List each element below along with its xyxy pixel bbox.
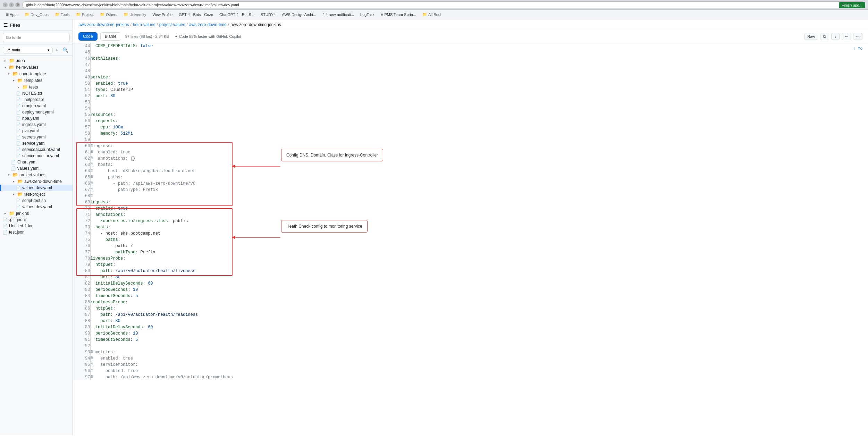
bookmark-university[interactable]: 📁 University — [121, 11, 149, 18]
sidebar-search-input[interactable] — [3, 33, 70, 42]
sidebar-item-templates[interactable]: ▾📂templates — [0, 77, 73, 84]
breadcrumb: aws-zero-downtime-jenkins / helm-values … — [73, 19, 868, 30]
sidebar-item-tests[interactable]: ▸📁tests — [0, 84, 73, 90]
sidebar-item-Chart.yaml[interactable]: 📄Chart.yaml — [0, 159, 73, 165]
line-number: 86 — [73, 305, 90, 312]
bookmark-notifications[interactable]: 4 4 new notificati... — [320, 11, 357, 18]
breadcrumb-project-values[interactable]: project-values — [159, 22, 185, 27]
bookmark-all[interactable]: 📁 All Bool — [420, 11, 444, 18]
tree-item-label: cronjob.yaml — [22, 103, 46, 108]
forward-button[interactable]: › — [9, 2, 14, 7]
table-row: 63# hosts: — [73, 162, 868, 168]
add-file-button[interactable]: + — [54, 47, 60, 53]
chevron-down-icon: ▾ — [6, 172, 11, 177]
raw-button[interactable]: Raw — [804, 33, 818, 40]
sidebar-item-.gitignore[interactable]: 📄.gitignore — [0, 217, 73, 223]
code-tab-button[interactable]: Code — [78, 32, 98, 41]
breadcrumb-helm-values[interactable]: helm-values — [133, 22, 155, 27]
line-number: 57 — [73, 124, 90, 130]
sidebar-item-hpa.yaml[interactable]: 📄hpa.yaml — [0, 115, 73, 121]
sidebar-item-pvc.yaml[interactable]: 📄pvc.yaml — [0, 128, 73, 134]
reload-button[interactable]: ↻ — [15, 2, 20, 7]
tree-item-label: NOTES.txt — [22, 91, 42, 96]
chevron-down-icon: ▾ — [3, 65, 8, 70]
line-number: 65 — [73, 174, 90, 180]
file-icon: 📄 — [16, 122, 21, 127]
breadcrumb-aws-zero[interactable]: aws-zero-down-time — [189, 22, 227, 27]
finish-button[interactable]: Finish upd... — [839, 2, 865, 8]
sidebar-item-test-project[interactable]: ▾📂test-project — [0, 191, 73, 197]
bookmark-view-profile[interactable]: View Profile — [150, 11, 175, 18]
chevron-right-icon: ▸ — [3, 211, 8, 216]
sidebar-item-idea[interactable]: ▸📁.idea — [0, 57, 73, 64]
bookmark-tools[interactable]: 📁 Tools — [52, 11, 73, 18]
sidebar-item-deployment.yaml[interactable]: 📄deployment.yaml — [0, 109, 73, 115]
chevron-down-icon: ▾ — [6, 71, 11, 76]
sidebar-item-Untitled-1.log[interactable]: 📄Untitled-1.log — [0, 223, 73, 229]
line-content: # path: /api/aws-zero-downtime/v0/actuat… — [90, 374, 868, 380]
bookmark-vpms[interactable]: V-PMS Team Sprin... — [378, 11, 419, 18]
sidebar-item-NOTES.txt[interactable]: 📄NOTES.txt — [0, 90, 73, 96]
folder-icon: 📂 — [12, 172, 18, 177]
edit-button[interactable]: ✏ — [842, 33, 851, 40]
table-row: 75 paths: — [73, 237, 868, 243]
table-row: 80 path: /api/v0/actuator/health/livenes… — [73, 268, 868, 274]
line-number: 59 — [73, 137, 90, 143]
bookmark-aws-design[interactable]: AWS Design Archi... — [279, 11, 319, 18]
copy-button[interactable]: ⧉ — [820, 33, 829, 40]
sidebar-item-secrets.yaml[interactable]: 📄secrets.yaml — [0, 134, 73, 140]
more-options-button[interactable]: ··· — [853, 33, 862, 40]
line-content: initialDelaySeconds: 60 — [90, 280, 868, 287]
bookmark-gpt4-bots[interactable]: GPT 4 - Bots - Coze — [176, 11, 216, 18]
sidebar-item-script-test.sh[interactable]: 📄script-test.sh — [0, 197, 73, 204]
table-row: 60#ingress: — [73, 143, 868, 149]
bookmark-study4[interactable]: STUDY4 — [258, 11, 278, 18]
sidebar-item-values-dev-2.yaml[interactable]: 📄values-dev.yaml — [0, 204, 73, 210]
sidebar-item-values.yaml[interactable]: 📄values.yaml — [0, 165, 73, 171]
sidebar-item-service.yaml[interactable]: 📄service.yaml — [0, 140, 73, 146]
sidebar-item-values-dev.yaml[interactable]: 📄values-dev.yaml — [0, 185, 73, 191]
table-row: 65# paths: — [73, 174, 868, 180]
chevron-down-icon: ▾ — [11, 192, 16, 197]
line-content: ingress: — [90, 199, 868, 205]
tree-item-label: Chart.yaml — [17, 160, 37, 165]
back-button[interactable]: ‹ — [3, 2, 8, 7]
line-number: 64 — [73, 168, 90, 174]
code-table: 44 CORS_CREDENTIALS: false45 46hostAlias… — [73, 43, 868, 380]
bookmark-dev-opps[interactable]: 📁 Dev_Opps — [22, 11, 51, 18]
line-number: 47 — [73, 62, 90, 68]
bookmark-chatgpt4[interactable]: ChatGPT-4 - Bot S... — [217, 11, 257, 18]
branch-selector[interactable]: ⎇ main ▾ — [3, 47, 53, 53]
bookmark-logtask[interactable]: LogTask — [357, 11, 377, 18]
line-number: 67 — [73, 187, 90, 193]
sidebar-item-jenkins[interactable]: ▸📁jenkins — [0, 210, 73, 217]
line-number: 77 — [73, 249, 90, 255]
breadcrumb-repo[interactable]: aws-zero-downtime-jenkins — [78, 22, 129, 27]
sidebar-item-aws-zero-down-time[interactable]: ▾📂aws-zero-down-time — [0, 178, 73, 185]
table-row: 70 enabled: true — [73, 205, 868, 212]
download-button[interactable]: ↓ — [831, 33, 840, 40]
blame-tab-button[interactable]: Blame — [100, 32, 121, 41]
sidebar-item-cronjob.yaml[interactable]: 📄cronjob.yaml — [0, 103, 73, 109]
sidebar-item-helm-values[interactable]: ▾📂helm-values — [0, 64, 73, 70]
sidebar-item-_helpers.tpl[interactable]: 📄_helpers.tpl — [0, 96, 73, 103]
search-files-button[interactable]: 🔍 — [61, 47, 70, 53]
sidebar-item-ingress.yaml[interactable]: 📄ingress.yaml — [0, 121, 73, 128]
sidebar-item-chart-template[interactable]: ▾📂chart-template — [0, 70, 73, 77]
line-content: CORS_CREDENTIALS: false — [90, 43, 868, 49]
table-row: 97# path: /api/aws-zero-downtime/v0/actu… — [73, 374, 868, 380]
chevron-down-icon: ▾ — [11, 179, 16, 184]
line-number: 94 — [73, 355, 90, 362]
url-bar[interactable]: github.com/daotq2000/aws-zero-downtime-j… — [22, 1, 865, 8]
bookmark-apps[interactable]: ⊞ Apps — [3, 11, 21, 18]
table-row: 83 periodSeconds: 10 — [73, 287, 868, 293]
to-top-button[interactable]: ↑ To — [853, 46, 862, 52]
sidebar-item-serviceaccount.yaml[interactable]: 📄serviceaccount.yaml — [0, 146, 73, 153]
bookmark-project[interactable]: 📁 Project — [73, 11, 96, 18]
folder-icon-devopps: 📁 — [25, 12, 30, 17]
sidebar-item-test.json[interactable]: 📄test.json — [0, 229, 73, 235]
sidebar-item-project-values[interactable]: ▾📂project-values — [0, 171, 73, 178]
code-editor[interactable]: ↑ To 44 CORS_CREDENTIALS: false45 46host… — [73, 43, 868, 435]
bookmark-others[interactable]: 📁 Others — [97, 11, 120, 18]
sidebar-item-servicemonitor.yaml[interactable]: 📄servicemonitor.yaml — [0, 153, 73, 159]
